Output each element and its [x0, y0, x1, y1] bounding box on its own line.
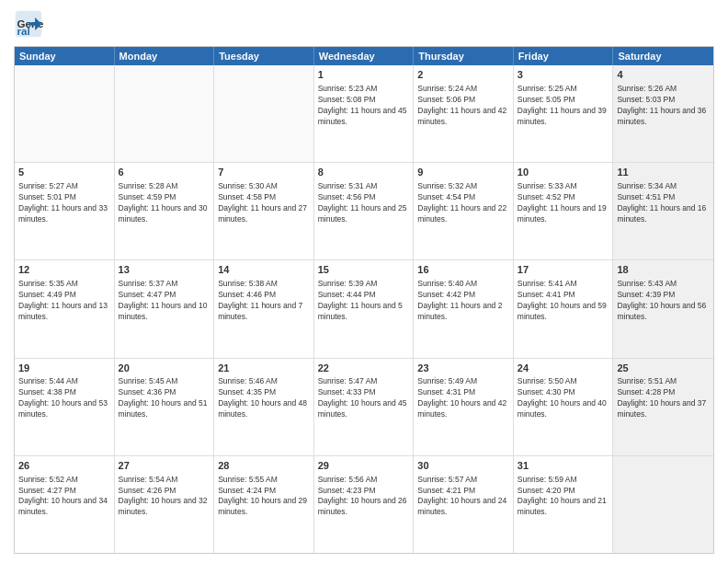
day-cell-30: 30Sunrise: 5:57 AMSunset: 4:21 PMDayligh… — [414, 456, 514, 553]
day-info: Sunrise: 5:28 AMSunset: 4:59 PMDaylight:… — [119, 181, 210, 225]
day-cell-18: 18Sunrise: 5:43 AMSunset: 4:39 PMDayligh… — [613, 260, 713, 357]
day-number: 6 — [119, 166, 210, 179]
day-number: 7 — [218, 166, 310, 179]
day-cell-17: 17Sunrise: 5:41 AMSunset: 4:41 PMDayligh… — [514, 260, 614, 357]
calendar-body: 1Sunrise: 5:23 AMSunset: 5:08 PMDaylight… — [15, 65, 713, 553]
day-number: 31 — [518, 459, 609, 473]
day-info: Sunrise: 5:59 AMSunset: 4:20 PMDaylight:… — [518, 475, 609, 519]
day-cell-20: 20Sunrise: 5:45 AMSunset: 4:36 PMDayligh… — [115, 359, 215, 455]
day-info: Sunrise: 5:34 AMSunset: 4:51 PMDaylight:… — [617, 181, 710, 225]
logo: Gene ral — [14, 9, 47, 39]
day-info: Sunrise: 5:57 AMSunset: 4:21 PMDaylight:… — [417, 475, 509, 519]
day-info: Sunrise: 5:27 AMSunset: 5:01 PMDaylight:… — [18, 181, 110, 225]
day-cell-8: 8Sunrise: 5:31 AMSunset: 4:56 PMDaylight… — [314, 163, 415, 259]
logo-icon: Gene ral — [14, 9, 43, 39]
calendar-row-1: 1Sunrise: 5:23 AMSunset: 5:08 PMDaylight… — [15, 65, 713, 163]
day-number: 2 — [417, 68, 509, 82]
day-cell-28: 28Sunrise: 5:55 AMSunset: 4:24 PMDayligh… — [214, 456, 314, 553]
page-header: Gene ral — [14, 9, 714, 39]
calendar-row-5: 26Sunrise: 5:52 AMSunset: 4:27 PMDayligh… — [15, 456, 713, 553]
day-header-monday: Monday — [115, 47, 215, 65]
day-info: Sunrise: 5:41 AMSunset: 4:41 PMDaylight:… — [518, 279, 609, 323]
calendar-row-3: 12Sunrise: 5:35 AMSunset: 4:49 PMDayligh… — [15, 260, 713, 358]
day-cell-29: 29Sunrise: 5:56 AMSunset: 4:23 PMDayligh… — [314, 456, 415, 553]
day-info: Sunrise: 5:35 AMSunset: 4:49 PMDaylight:… — [18, 279, 110, 323]
calendar-row-4: 19Sunrise: 5:44 AMSunset: 4:38 PMDayligh… — [15, 359, 713, 456]
day-info: Sunrise: 5:45 AMSunset: 4:36 PMDaylight:… — [119, 376, 210, 420]
day-info: Sunrise: 5:51 AMSunset: 4:28 PMDaylight:… — [617, 376, 710, 420]
day-number: 24 — [518, 362, 609, 375]
day-number: 25 — [617, 362, 710, 375]
day-number: 13 — [119, 263, 210, 277]
day-number: 27 — [119, 459, 210, 473]
day-info: Sunrise: 5:38 AMSunset: 4:46 PMDaylight:… — [218, 279, 310, 323]
day-info: Sunrise: 5:50 AMSunset: 4:30 PMDaylight:… — [518, 376, 609, 420]
day-info: Sunrise: 5:23 AMSunset: 5:08 PMDaylight:… — [318, 84, 410, 128]
day-cell-25: 25Sunrise: 5:51 AMSunset: 4:28 PMDayligh… — [613, 359, 713, 455]
day-number: 18 — [617, 263, 710, 277]
day-number: 30 — [417, 459, 509, 473]
calendar-row-2: 5Sunrise: 5:27 AMSunset: 5:01 PMDaylight… — [15, 163, 713, 260]
day-header-saturday: Saturday — [613, 47, 713, 65]
day-cell-23: 23Sunrise: 5:49 AMSunset: 4:31 PMDayligh… — [414, 359, 514, 455]
day-cell-15: 15Sunrise: 5:39 AMSunset: 4:44 PMDayligh… — [314, 260, 415, 357]
empty-cell-r0c1 — [115, 65, 215, 162]
day-cell-1: 1Sunrise: 5:23 AMSunset: 5:08 PMDaylight… — [314, 65, 415, 162]
day-cell-14: 14Sunrise: 5:38 AMSunset: 4:46 PMDayligh… — [214, 260, 314, 357]
day-cell-31: 31Sunrise: 5:59 AMSunset: 4:20 PMDayligh… — [514, 456, 614, 553]
day-cell-2: 2Sunrise: 5:24 AMSunset: 5:06 PMDaylight… — [414, 65, 514, 162]
day-header-friday: Friday — [514, 47, 614, 65]
day-info: Sunrise: 5:32 AMSunset: 4:54 PMDaylight:… — [417, 181, 509, 225]
day-number: 19 — [18, 362, 110, 375]
day-number: 20 — [119, 362, 210, 375]
day-info: Sunrise: 5:40 AMSunset: 4:42 PMDaylight:… — [417, 279, 509, 323]
day-number: 26 — [18, 459, 110, 473]
day-cell-21: 21Sunrise: 5:46 AMSunset: 4:35 PMDayligh… — [214, 359, 314, 455]
day-number: 9 — [417, 166, 509, 179]
day-number: 12 — [18, 263, 110, 277]
day-info: Sunrise: 5:31 AMSunset: 4:56 PMDaylight:… — [318, 181, 410, 225]
day-number: 15 — [318, 263, 410, 277]
day-cell-16: 16Sunrise: 5:40 AMSunset: 4:42 PMDayligh… — [414, 260, 514, 357]
day-number: 3 — [518, 68, 609, 82]
day-info: Sunrise: 5:33 AMSunset: 4:52 PMDaylight:… — [518, 181, 609, 225]
day-number: 17 — [518, 263, 609, 277]
day-number: 28 — [218, 459, 310, 473]
day-number: 8 — [318, 166, 410, 179]
day-header-tuesday: Tuesday — [214, 47, 314, 65]
day-number: 11 — [617, 166, 710, 179]
day-cell-22: 22Sunrise: 5:47 AMSunset: 4:33 PMDayligh… — [314, 359, 415, 455]
calendar: SundayMondayTuesdayWednesdayThursdayFrid… — [14, 46, 714, 554]
day-info: Sunrise: 5:44 AMSunset: 4:38 PMDaylight:… — [18, 376, 110, 420]
day-number: 14 — [218, 263, 310, 277]
day-info: Sunrise: 5:43 AMSunset: 4:39 PMDaylight:… — [617, 279, 710, 323]
day-info: Sunrise: 5:25 AMSunset: 5:05 PMDaylight:… — [518, 84, 609, 128]
day-info: Sunrise: 5:56 AMSunset: 4:23 PMDaylight:… — [318, 475, 410, 519]
day-cell-27: 27Sunrise: 5:54 AMSunset: 4:26 PMDayligh… — [115, 456, 215, 553]
day-info: Sunrise: 5:55 AMSunset: 4:24 PMDaylight:… — [218, 475, 310, 519]
day-number: 5 — [18, 166, 110, 179]
empty-cell-r0c0 — [15, 65, 115, 162]
day-info: Sunrise: 5:24 AMSunset: 5:06 PMDaylight:… — [417, 84, 509, 128]
calendar-header: SundayMondayTuesdayWednesdayThursdayFrid… — [15, 47, 713, 65]
day-header-wednesday: Wednesday — [314, 47, 415, 65]
day-cell-7: 7Sunrise: 5:30 AMSunset: 4:58 PMDaylight… — [214, 163, 314, 259]
day-number: 21 — [218, 362, 310, 375]
day-number: 29 — [318, 459, 410, 473]
day-cell-3: 3Sunrise: 5:25 AMSunset: 5:05 PMDaylight… — [514, 65, 614, 162]
day-cell-12: 12Sunrise: 5:35 AMSunset: 4:49 PMDayligh… — [15, 260, 115, 357]
day-info: Sunrise: 5:49 AMSunset: 4:31 PMDaylight:… — [417, 376, 509, 420]
day-number: 22 — [318, 362, 410, 375]
day-cell-5: 5Sunrise: 5:27 AMSunset: 5:01 PMDaylight… — [15, 163, 115, 259]
day-cell-24: 24Sunrise: 5:50 AMSunset: 4:30 PMDayligh… — [514, 359, 614, 455]
day-info: Sunrise: 5:46 AMSunset: 4:35 PMDaylight:… — [218, 376, 310, 420]
day-number: 4 — [617, 68, 710, 82]
day-info: Sunrise: 5:52 AMSunset: 4:27 PMDaylight:… — [18, 475, 110, 519]
day-cell-9: 9Sunrise: 5:32 AMSunset: 4:54 PMDaylight… — [414, 163, 514, 259]
day-info: Sunrise: 5:26 AMSunset: 5:03 PMDaylight:… — [617, 84, 710, 128]
day-cell-11: 11Sunrise: 5:34 AMSunset: 4:51 PMDayligh… — [613, 163, 713, 259]
day-info: Sunrise: 5:39 AMSunset: 4:44 PMDaylight:… — [318, 279, 410, 323]
day-number: 16 — [417, 263, 509, 277]
day-info: Sunrise: 5:47 AMSunset: 4:33 PMDaylight:… — [318, 376, 410, 420]
day-cell-10: 10Sunrise: 5:33 AMSunset: 4:52 PMDayligh… — [514, 163, 614, 259]
